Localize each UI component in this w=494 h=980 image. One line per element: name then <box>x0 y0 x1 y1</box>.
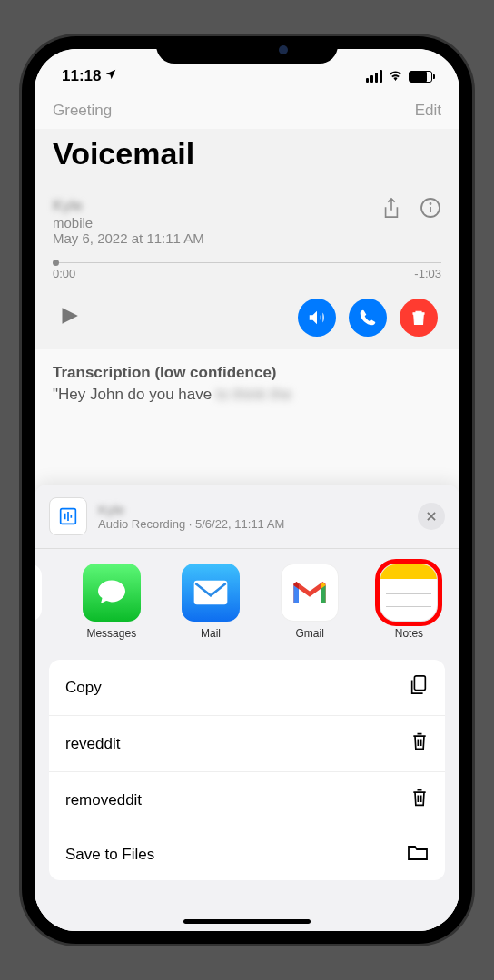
home-indicator[interactable] <box>183 919 311 924</box>
share-sheet: Kyle Audio Recording · 5/6/22, 11:11 AM … <box>35 485 459 931</box>
screen: 11:18 Greeting Edit <box>35 49 459 931</box>
status-time: 11:18 <box>62 67 101 85</box>
folder-icon <box>407 843 429 866</box>
wifi-icon <box>388 67 403 85</box>
speaker-button[interactable] <box>298 299 336 337</box>
audio-file-icon <box>49 497 87 535</box>
phone-type: mobile <box>53 215 204 230</box>
edit-link[interactable]: Edit <box>415 102 441 120</box>
voicemail-date: May 6, 2022 at 11:11 AM <box>53 230 204 246</box>
delete-button[interactable] <box>400 299 438 337</box>
elapsed-time: 0:00 <box>53 267 75 280</box>
notch <box>156 36 338 64</box>
messages-icon <box>83 564 141 622</box>
app-label: Messages <box>86 627 136 640</box>
transcription-section: Transcription (low confidence) "Hey John… <box>35 349 459 418</box>
svg-rect-4 <box>194 581 228 605</box>
trash-icon <box>410 787 429 813</box>
gmail-icon <box>281 564 339 622</box>
page-title: Voicemail <box>35 129 459 184</box>
share-app-notes[interactable]: Notes <box>362 564 456 640</box>
share-app-gmail[interactable]: Gmail <box>263 564 357 640</box>
action-label: Copy <box>65 679 102 697</box>
action-reveddit[interactable]: reveddit <box>49 716 445 772</box>
share-item-title: Kyle <box>98 502 407 517</box>
action-label: removeddit <box>65 791 142 809</box>
share-apps-row[interactable]: Messages Mail Gmail Notes <box>35 549 459 649</box>
voicemail-card: Kyle mobile May 6, 2022 at 11:11 AM <box>35 184 459 349</box>
app-label: Gmail <box>296 627 324 640</box>
svg-rect-5 <box>414 676 425 691</box>
share-actions-list: Copy reveddit removeddit <box>49 660 445 880</box>
battery-icon <box>409 71 432 83</box>
phone-frame: 11:18 Greeting Edit <box>22 36 472 944</box>
app-label: Notes <box>395 627 423 640</box>
share-app-mail[interactable]: Mail <box>163 564 257 640</box>
call-button[interactable] <box>349 299 387 337</box>
caller-name: Kyle <box>53 197 204 215</box>
transcription-title: Transcription (low confidence) <box>53 364 441 382</box>
action-label: reveddit <box>65 735 120 753</box>
action-label: Save to Files <box>65 846 154 864</box>
action-save-to-files[interactable]: Save to Files <box>49 828 445 880</box>
action-removeddit[interactable]: removeddit <box>49 772 445 828</box>
greeting-link[interactable]: Greeting <box>53 102 112 120</box>
share-icon[interactable] <box>381 197 401 224</box>
transcription-text: "Hey John do you have to think the <box>53 386 441 404</box>
svg-point-2 <box>430 203 431 204</box>
signal-icon <box>366 70 382 83</box>
play-button[interactable] <box>56 302 80 333</box>
share-item-subtitle: Audio Recording · 5/6/22, 11:11 AM <box>98 517 407 531</box>
location-icon <box>104 67 117 85</box>
remaining-time: -1:03 <box>414 267 441 280</box>
mail-icon <box>182 564 240 622</box>
share-app-airdrop[interactable] <box>35 564 59 640</box>
copy-icon <box>409 674 429 701</box>
playback-slider[interactable] <box>53 262 441 263</box>
app-label: Mail <box>201 627 221 640</box>
notes-icon <box>380 564 438 622</box>
share-app-messages[interactable]: Messages <box>64 564 158 640</box>
info-icon[interactable] <box>420 197 441 224</box>
action-copy[interactable]: Copy <box>49 660 445 716</box>
close-button[interactable] <box>418 503 445 530</box>
trash-icon <box>410 730 429 757</box>
